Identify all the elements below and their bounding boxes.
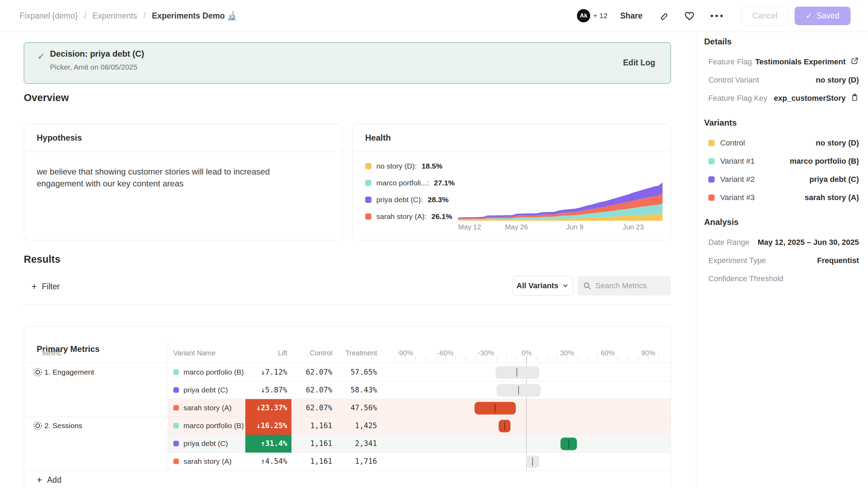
variant-value: no story (D) bbox=[816, 139, 859, 148]
axis-minor-tick bbox=[486, 356, 486, 361]
variant-key-label: Variant #3 bbox=[720, 193, 755, 202]
control-value: 1,161 bbox=[293, 435, 332, 453]
hypothesis-card-header: Hypothesis bbox=[24, 124, 342, 152]
x-axis-label: May 12 bbox=[458, 223, 481, 231]
treatment-value: 57.65% bbox=[338, 363, 377, 381]
decision-title: Decision: priya debt (C) bbox=[50, 49, 144, 59]
table-row[interactable]: sarah story (A)↓23.37%62.07%47.56% bbox=[24, 399, 671, 417]
axis-minor-tick bbox=[405, 356, 405, 361]
detail-value: no story (D) bbox=[816, 76, 859, 85]
avatar[interactable]: Ak bbox=[577, 9, 590, 22]
analysis-value: Frequentist bbox=[817, 256, 859, 265]
details-section-title: Details bbox=[704, 37, 859, 47]
search-metrics-input[interactable] bbox=[595, 281, 662, 290]
treatment-value: 1,716 bbox=[338, 453, 377, 470]
results-heading: Results bbox=[24, 254, 60, 265]
legend-swatch bbox=[365, 163, 371, 169]
check-icon: ✓ bbox=[806, 11, 812, 21]
column-header-lift: Lift bbox=[245, 349, 287, 357]
hypothesis-title: Hypothesis bbox=[37, 133, 82, 143]
filter-label: Filter bbox=[42, 282, 60, 291]
breadcrumb-project[interactable]: Fixpanel {demo} bbox=[20, 11, 78, 21]
variant-key: Variant #1 bbox=[708, 157, 755, 166]
search-icon bbox=[583, 282, 591, 290]
confidence-interval-bar bbox=[499, 420, 511, 432]
analysis-value: May 12, 2025 – Jun 30, 2025 bbox=[758, 238, 859, 247]
legend-value: 18.5% bbox=[422, 162, 443, 170]
add-metric-button[interactable]: + Add bbox=[24, 470, 671, 489]
check-icon: ✓ bbox=[37, 51, 45, 62]
variant-key-label: Variant #1 bbox=[720, 157, 755, 166]
breadcrumb: Fixpanel {demo} / Experiments / Experime… bbox=[20, 11, 237, 21]
row-highlight bbox=[168, 399, 671, 417]
axis-minor-tick bbox=[638, 356, 638, 361]
main-content: ✓ Decision: priya debt (C) Picker, Amit … bbox=[0, 32, 696, 489]
health-stacked-area-chart bbox=[458, 180, 663, 221]
edit-log-button[interactable]: Edit Log bbox=[623, 58, 655, 68]
axis-minor-tick bbox=[506, 356, 507, 361]
copy-wrap[interactable] bbox=[851, 93, 859, 104]
control-value: 62.07% bbox=[293, 399, 332, 417]
axis-minor-tick bbox=[456, 356, 456, 361]
variant-value: sarah story (A) bbox=[805, 193, 859, 202]
copy-icon[interactable] bbox=[851, 93, 859, 101]
axis-minor-tick bbox=[567, 356, 567, 361]
variants-dropdown[interactable]: All Variants bbox=[512, 276, 573, 296]
table-row[interactable]: sarah story (A)↑4.54%1,1611,716 bbox=[24, 453, 671, 470]
table-row[interactable]: 2. Sessionsmarco portfolio (B)↓16.25%1,1… bbox=[24, 417, 671, 435]
table-row[interactable]: 1. Engagementmarco portfolio (B)↓7.12%62… bbox=[24, 363, 671, 381]
breadcrumb-separator: / bbox=[84, 11, 86, 21]
lift-value: ↑31.4% bbox=[245, 435, 291, 453]
variant-color-swatch bbox=[708, 194, 715, 201]
legend-swatch bbox=[365, 180, 371, 186]
confidence-interval-bar bbox=[560, 438, 577, 450]
lift-value: ↑4.54% bbox=[245, 453, 291, 470]
variant-name: marco portfolio (B) bbox=[183, 368, 244, 376]
axis-minor-tick bbox=[516, 356, 517, 361]
saved-button[interactable]: ✓ Saved bbox=[795, 7, 851, 25]
breadcrumb-current-page: Experiments Demo 🔬 bbox=[152, 11, 237, 21]
collaborator-count[interactable]: + 12 bbox=[593, 12, 607, 20]
legend-label: marco portfoli...: bbox=[376, 179, 429, 187]
confidence-interval-bar bbox=[496, 366, 539, 379]
external-link-icon[interactable] bbox=[851, 57, 859, 65]
axis-minor-tick bbox=[557, 356, 557, 361]
lift-point-marker bbox=[495, 404, 496, 412]
detail-value-text: no story (D) bbox=[816, 76, 859, 85]
table-row[interactable]: priya debt (C)↓5.87%62.07%58.43% bbox=[24, 381, 671, 399]
favorite-heart-icon[interactable] bbox=[684, 10, 695, 21]
external-link-wrap[interactable] bbox=[851, 57, 859, 67]
detail-label: Feature Flag bbox=[708, 57, 752, 66]
detail-value-text: exp_customerStory bbox=[774, 94, 846, 103]
breadcrumb-experiments[interactable]: Experiments bbox=[93, 11, 137, 21]
table-row[interactable]: priya debt (C)↑31.4%1,1612,341 bbox=[24, 435, 671, 453]
share-button[interactable]: Share bbox=[620, 11, 643, 21]
lift-value: ↓16.25% bbox=[245, 417, 291, 435]
control-value: 1,161 bbox=[293, 417, 332, 435]
legend-label: priya debt (C): bbox=[376, 196, 423, 204]
axis-minor-tick bbox=[598, 356, 598, 361]
variant-value: priya debt (C) bbox=[809, 175, 859, 184]
analysis-label: Experiment Type bbox=[708, 256, 766, 265]
column-header-control: Control bbox=[293, 349, 332, 357]
decision-subtitle: Picker, Amit on 08/05/2025 bbox=[50, 63, 137, 71]
variants-dropdown-value: All Variants bbox=[516, 281, 558, 290]
analysis-rows: Date RangeMay 12, 2025 – Jun 30, 2025Exp… bbox=[704, 237, 859, 284]
axis-minor-tick bbox=[537, 356, 537, 361]
treatment-value: 47.56% bbox=[338, 399, 377, 417]
lift-value: ↓7.12% bbox=[245, 363, 291, 381]
more-options-button[interactable]: ••• bbox=[710, 11, 725, 21]
axis-minor-tick bbox=[395, 356, 395, 361]
variant-name: priya debt (C) bbox=[183, 439, 228, 448]
cancel-button[interactable]: Cancel bbox=[742, 6, 788, 26]
legend-label: sarah story (A): bbox=[376, 212, 427, 221]
metric-goal-icon bbox=[33, 368, 42, 378]
legend-swatch bbox=[365, 197, 371, 203]
copy-link-icon[interactable] bbox=[658, 10, 668, 21]
details-sidebar: Details Feature FlagTestimonials Experim… bbox=[696, 32, 868, 489]
axis-minor-tick bbox=[496, 356, 497, 361]
add-filter-button[interactable]: + Filter bbox=[31, 279, 60, 294]
variant-color-swatch bbox=[708, 140, 715, 146]
variants-rows: Controlno story (D)Variant #1marco portf… bbox=[704, 137, 859, 203]
detail-label: Control Variant bbox=[708, 76, 759, 85]
